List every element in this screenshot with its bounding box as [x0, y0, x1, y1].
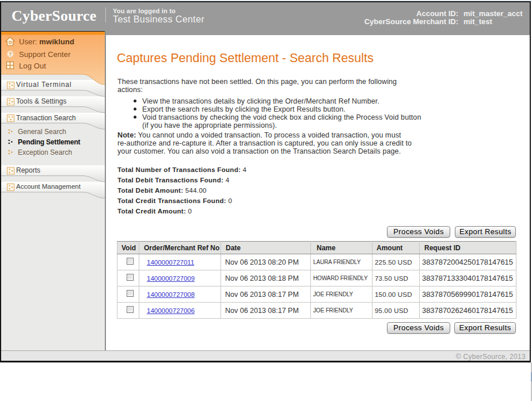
svg-text:?: ?: [9, 51, 12, 57]
